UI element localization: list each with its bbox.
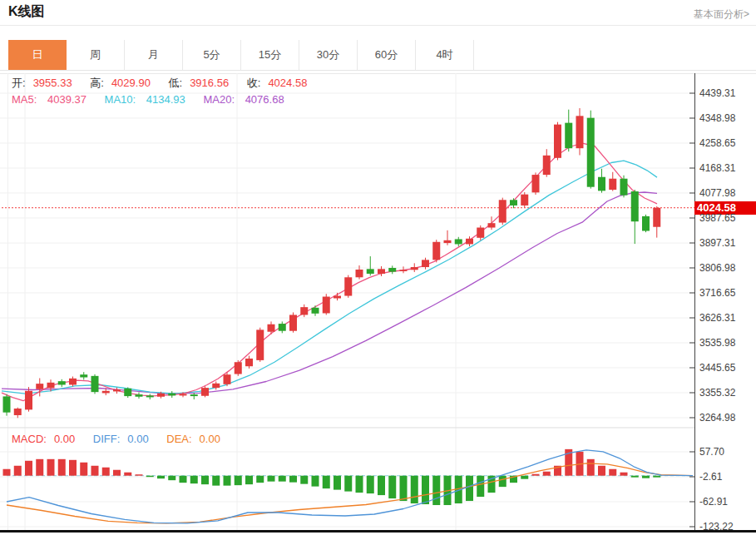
macd-bar: [323, 476, 330, 488]
candle: [344, 277, 352, 295]
candle: [411, 267, 418, 270]
macd-bar: [289, 476, 297, 483]
candle: [510, 200, 517, 206]
main-y-axis-label: 4168.31: [699, 162, 754, 174]
close-label-value: 收:4024.58: [247, 77, 315, 89]
candle: [521, 195, 528, 206]
main-y-axis-label: 4348.98: [699, 112, 754, 124]
macd-bar: [168, 476, 175, 480]
macd-bar: [367, 476, 374, 493]
macd-bar: [466, 476, 473, 501]
candle: [245, 359, 253, 366]
macd-bar: [124, 473, 131, 476]
candle: [356, 270, 363, 277]
main-y-axis-label: 3806.98: [699, 262, 754, 274]
macd-bar: [388, 476, 396, 498]
page-title: K线图: [8, 3, 45, 21]
macd-bar: [422, 476, 429, 504]
candle: [14, 409, 22, 415]
macd-y-axis-label: -123.22: [699, 521, 754, 533]
macd-bar: [334, 476, 341, 490]
candle: [289, 315, 297, 330]
candle: [455, 239, 462, 244]
main-y-axis-label: 4258.65: [699, 137, 754, 149]
macd-bar: [356, 476, 363, 493]
candle: [653, 208, 660, 227]
tab-月[interactable]: 月: [125, 40, 183, 70]
candle: [3, 396, 11, 412]
candle: [543, 156, 551, 175]
macd-bar: [268, 476, 275, 482]
tab-周[interactable]: 周: [67, 40, 125, 70]
macd-bar: [3, 469, 11, 476]
tab-15分[interactable]: 15分: [241, 40, 299, 70]
macd-bar: [180, 476, 187, 483]
main-y-axis-label: 4439.31: [699, 87, 754, 99]
tab-30分[interactable]: 30分: [299, 40, 358, 70]
tab-5分[interactable]: 5分: [183, 40, 241, 70]
main-y-axis-label: 3987.65: [699, 212, 754, 224]
candle: [300, 307, 308, 315]
candle: [201, 388, 209, 396]
candle: [180, 394, 187, 395]
candle: [168, 394, 175, 396]
diff-value: DIFF:0.00: [93, 433, 156, 445]
macd-bar: [224, 476, 231, 486]
macd-bar: [25, 461, 32, 476]
main-y-axis-label: 3355.32: [699, 387, 754, 399]
main-y-axis-label: 3716.65: [699, 287, 754, 299]
fundamental-analysis-link[interactable]: 基本面分析>: [694, 7, 749, 22]
main-y-axis-label: 4077.98: [699, 187, 754, 199]
macd-bar: [300, 476, 308, 484]
candle: [80, 374, 87, 377]
candle: [532, 175, 540, 192]
tab-60分[interactable]: 60分: [358, 40, 416, 70]
macd-bar: [146, 476, 154, 477]
macd-bar: [620, 473, 628, 476]
candle: [565, 123, 572, 149]
macd-bar: [344, 476, 352, 492]
macd-bar: [477, 476, 484, 497]
candle: [378, 269, 385, 274]
candle: [268, 324, 275, 332]
macd-bar: [80, 463, 87, 476]
macd-bar: [36, 459, 43, 476]
candle: [422, 260, 429, 267]
main-y-axis-label: 3445.65: [699, 362, 754, 374]
tab-日[interactable]: 日: [8, 40, 67, 70]
candle: [212, 384, 220, 388]
candle: [36, 384, 43, 389]
candle: [124, 389, 131, 396]
candle: [400, 270, 408, 271]
tab-bar-underline: [0, 70, 756, 71]
macd-bar: [279, 476, 286, 482]
candle: [488, 223, 496, 227]
candle: [598, 177, 605, 191]
candle: [157, 394, 165, 397]
macd-bar: [58, 459, 66, 476]
macd-bar: [157, 476, 165, 478]
candle: [388, 268, 396, 272]
macd-bar: [113, 470, 121, 476]
period-tab-bar: 日周月5分15分30分60分4时: [8, 40, 474, 70]
macd-bar: [609, 469, 616, 476]
macd-bar: [642, 476, 650, 478]
high-label-value: 高:4029.90: [90, 77, 158, 89]
macd-y-axis-label: -2.61: [699, 471, 754, 483]
macd-bar: [543, 472, 551, 476]
candle: [587, 118, 595, 187]
macd-header: MACD:0.00 DIFF:0.00 DEA:0.00: [12, 433, 235, 445]
main-y-axis-label: 3264.98: [699, 412, 754, 424]
candle: [102, 391, 110, 394]
tab-4时[interactable]: 4时: [416, 40, 474, 70]
macd-bar: [312, 476, 319, 487]
macd-value: MACD:0.00: [12, 433, 82, 445]
main-y-axis-label: 3626.31: [699, 312, 754, 324]
macd-bar: [499, 476, 506, 487]
candle: [609, 179, 616, 190]
candle: [47, 383, 55, 389]
macd-bar: [411, 476, 418, 503]
macd-bar: [69, 460, 77, 476]
candle: [642, 216, 650, 231]
open-label-value: 开:3955.33: [12, 77, 80, 89]
